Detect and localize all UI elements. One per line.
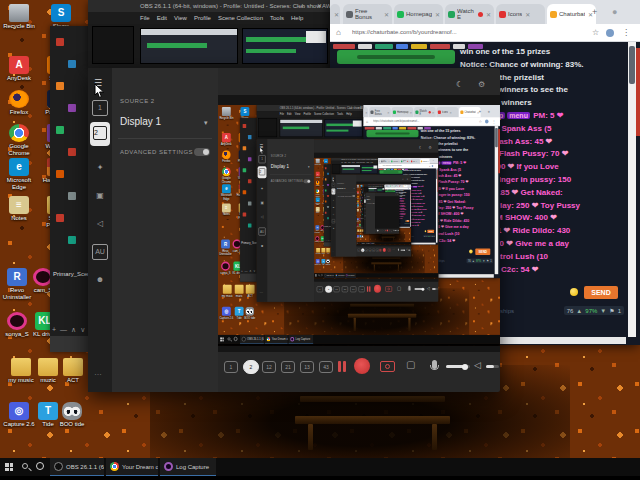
layout-button-21[interactable]: 21 (342, 286, 348, 292)
browser-menu-icon[interactable]: ⋮ (410, 188, 411, 189)
taskbar-button-capture[interactable]: Log Capture (370, 242, 375, 244)
scene-thumbnail[interactable] (243, 146, 247, 150)
scene-thumbnail[interactable] (68, 104, 76, 112)
account-icon[interactable]: ☻ (332, 226, 335, 230)
more-options-icon[interactable]: … (94, 368, 102, 377)
obs-window-controls[interactable]: — ✕ (297, 0, 328, 12)
desktop-icon[interactable]: AAnyDesk (2, 56, 36, 82)
scrollbar-thumb[interactable] (380, 243, 397, 244)
effects-icon[interactable]: ✦ (259, 185, 266, 193)
dark-mode-moon-icon[interactable]: ☾ (403, 178, 404, 180)
obs-menu-item[interactable]: Help (346, 113, 351, 116)
horizontal-scrollbar[interactable] (379, 243, 436, 245)
scenes-dock-control[interactable]: — (244, 269, 249, 273)
desktop-icon[interactable]: ≡Notes (2, 196, 36, 222)
browser-tab[interactable]: Free Bonus✕ (386, 185, 390, 188)
obs-menu-item[interactable]: View (295, 113, 301, 116)
obs-menu-item[interactable]: Tools (379, 186, 380, 187)
scene-thumbnail[interactable] (327, 195, 329, 197)
desktop-icon[interactable]: Saved Pictures (322, 207, 329, 215)
desktop-icon[interactable]: eMicrosoft Edge (357, 204, 360, 208)
obs-menu-item[interactable]: File (341, 161, 343, 163)
mic-volume-slider[interactable] (415, 288, 426, 290)
record-button[interactable] (383, 248, 386, 252)
rail-item-display-2-selected[interactable]: 2 (332, 188, 336, 194)
layout-button-1[interactable]: 1 (376, 230, 377, 232)
thumbs-up-icon[interactable]: ▲ (426, 235, 427, 237)
scene-thumbnail[interactable] (56, 126, 64, 134)
scene-thumbnail[interactable] (243, 190, 247, 194)
desktop-icon[interactable]: BOO tide (361, 235, 364, 238)
desktop-icon[interactable]: WinRAR (322, 189, 329, 196)
speaker-icon[interactable]: ◁ (92, 216, 108, 232)
desktop-icon[interactable]: Recycle Bin (314, 159, 321, 166)
screenshot-camera-button[interactable] (389, 230, 390, 231)
settings-gear-icon[interactable]: ⚙ (397, 194, 398, 195)
screenshot-camera-button[interactable] (380, 361, 395, 372)
search-icon[interactable] (358, 243, 359, 244)
obs-menu-item[interactable]: File (140, 15, 150, 21)
scene-thumbnail[interactable] (361, 195, 362, 196)
desktop-icon[interactable]: ACT (325, 248, 332, 255)
scene-thumbnail[interactable] (362, 208, 363, 209)
send-button[interactable]: SEND (406, 220, 409, 222)
layout-button-43[interactable]: 43 (319, 361, 333, 373)
new-tab-button[interactable]: + (429, 159, 430, 162)
flag-icon[interactable]: ⚑ (486, 259, 488, 263)
thumbs-up-icon[interactable]: ▲ (576, 308, 582, 314)
screenshot-camera-button[interactable] (388, 249, 391, 252)
omnibox[interactable]: ⌂ https://chaturbate.com/b/yourdreamof..… (363, 117, 500, 126)
obs-menu-item[interactable]: Profile (373, 186, 374, 187)
horizontal-scrollbar[interactable] (364, 274, 494, 278)
settings-gear-icon[interactable]: ⚙ (407, 178, 408, 180)
crop-region-button[interactable]: ▢ (393, 248, 395, 251)
crop-region-button[interactable]: ▢ (406, 359, 415, 370)
desktop-icon[interactable]: sonya_S (314, 236, 321, 243)
url-text[interactable]: https://chaturbate.com/b/yourdreamof... (386, 188, 406, 189)
chevron-down-icon[interactable]: ▾ (204, 119, 208, 127)
hamburger-menu-icon[interactable]: ☰ (259, 144, 263, 149)
desktop-icon[interactable]: ◎Capture 2.6 (314, 259, 321, 266)
taskbar-button-chrome[interactable]: Your Dream of Pag... (265, 335, 288, 344)
browser-tab[interactable]: Watch E✕ (394, 185, 398, 188)
tab-close-icon[interactable]: ✕ (435, 11, 440, 18)
desktop-icon[interactable]: €PayPerV (236, 150, 251, 163)
source-select[interactable]: Display 1 (337, 187, 345, 190)
scrollbar-thumb[interactable] (495, 128, 498, 147)
advanced-settings-toggle[interactable] (352, 195, 355, 197)
desktop-icon[interactable]: ▲Spark (322, 172, 329, 179)
scene-thumbnail[interactable] (327, 217, 329, 219)
url-text[interactable]: https://chaturbate.com/b/yourdreamof... (382, 165, 427, 167)
desktop-icon[interactable]: TTide (320, 259, 327, 266)
desktop-icon[interactable]: KLKL driver (230, 262, 245, 275)
scenes-dock-control[interactable]: — (326, 240, 328, 242)
layout-button-2[interactable]: 2 (361, 248, 364, 252)
browser-tab[interactable]: Watch E✕ (414, 107, 436, 117)
thumbs-down-icon[interactable]: ▼ (482, 259, 485, 262)
bookmark-star-icon[interactable]: ☆ (407, 188, 408, 189)
scenes-dock-control[interactable]: + (241, 269, 245, 273)
chat-scrollbar[interactable] (628, 42, 636, 337)
desktop-icon[interactable]: muzic (232, 285, 247, 298)
layout-button-1[interactable]: 1 (358, 249, 361, 252)
effects-icon[interactable]: ✦ (332, 198, 335, 202)
browser-tab[interactable]: Watch E✕ (400, 159, 410, 164)
desktop-icon[interactable]: TTide (359, 235, 362, 238)
chat-scrollbar[interactable] (410, 189, 411, 226)
desktop-icon[interactable]: ▲Spark (360, 191, 363, 194)
taskbar-button-capture[interactable]: Log Capture (288, 335, 313, 344)
desktop-icon[interactable]: my music (357, 229, 360, 232)
obs-menu-item[interactable]: Edit (157, 15, 167, 21)
settings-gear-icon[interactable]: ⚙ (429, 145, 432, 150)
taskbar-button-obs[interactable]: OBS 26.1.1 (64-bit... (324, 273, 334, 278)
scene-thumbnail[interactable] (361, 200, 362, 201)
scenes-dock-control[interactable]: — (60, 326, 71, 333)
url-text[interactable]: https://chaturbate.com/b/yourdreamof... (373, 120, 474, 123)
source-select[interactable]: Display 1 (120, 116, 161, 127)
desktop-icon[interactable]: ≡Notes (219, 203, 234, 216)
desktop-icon[interactable]: my music (220, 285, 235, 298)
scenes-dock-control[interactable]: + (324, 240, 326, 242)
more-options-icon[interactable]: … (364, 231, 365, 232)
browser-menu-icon[interactable]: ⋮ (435, 165, 437, 167)
obs-menu-item[interactable]: Edit (344, 161, 346, 163)
